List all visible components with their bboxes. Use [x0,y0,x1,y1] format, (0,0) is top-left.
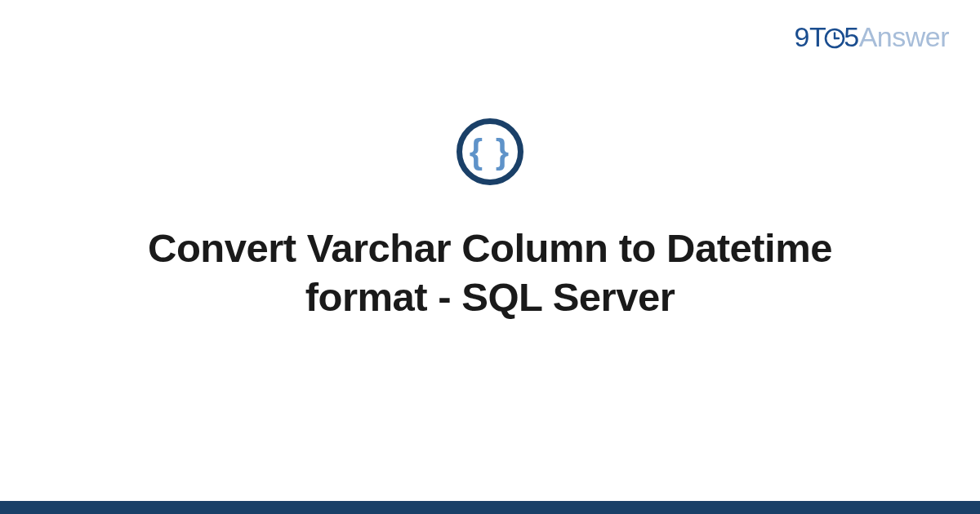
bottom-accent-bar [0,501,980,514]
category-badge: { } [457,118,523,185]
code-braces-icon: { } [470,135,510,169]
main-content: { } Convert Varchar Column to Datetime f… [0,0,980,514]
page-title: Convert Varchar Column to Datetime forma… [122,224,858,322]
